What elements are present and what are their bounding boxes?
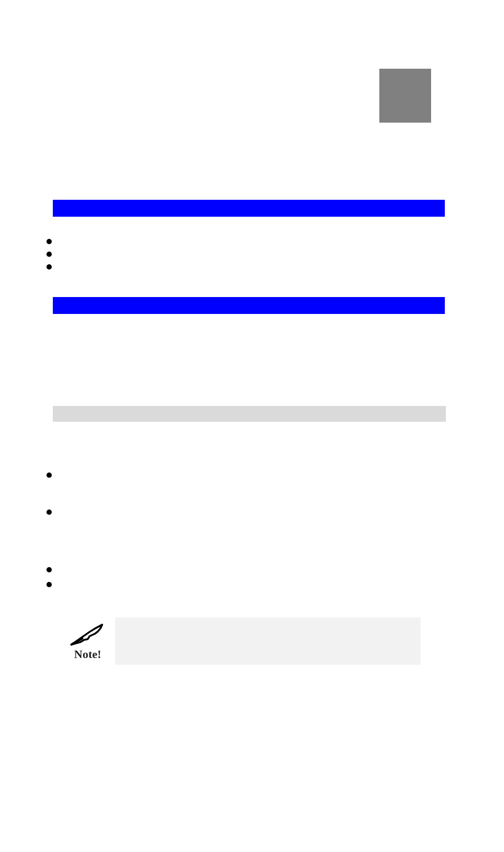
bullet-list-3 bbox=[46, 567, 52, 597]
list-item bbox=[46, 473, 52, 478]
subsection-bar bbox=[53, 406, 446, 422]
list-item bbox=[46, 252, 52, 257]
top-right-placeholder bbox=[379, 69, 431, 123]
note-block: Note! bbox=[64, 617, 421, 665]
note-body bbox=[115, 617, 421, 665]
bullet-list-2 bbox=[46, 473, 52, 522]
list-item bbox=[46, 510, 52, 515]
bullet-list-1 bbox=[46, 239, 52, 277]
list-item bbox=[46, 567, 52, 572]
section-bar-2 bbox=[53, 297, 445, 314]
list-item bbox=[46, 239, 52, 244]
quill-icon bbox=[69, 621, 107, 646]
section-bar-1 bbox=[53, 200, 445, 217]
list-item bbox=[46, 264, 52, 270]
note-icon-cell: Note! bbox=[64, 617, 115, 665]
list-item bbox=[46, 582, 52, 587]
note-label: Note! bbox=[74, 647, 101, 661]
